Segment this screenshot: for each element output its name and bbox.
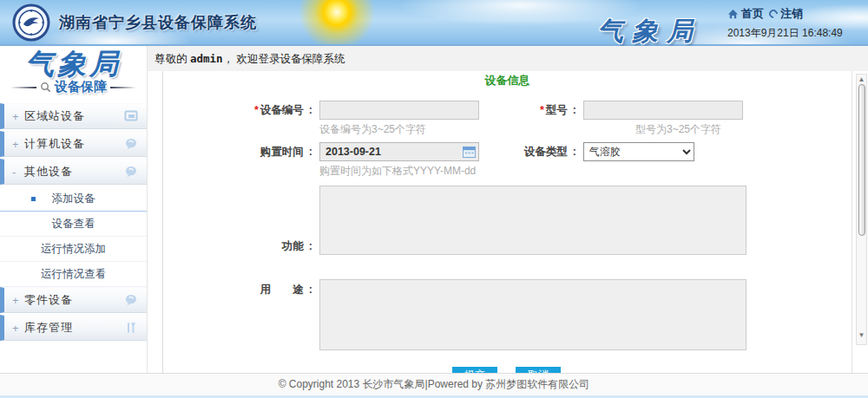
magnifier-icon <box>40 82 51 93</box>
expand-plus-icon: + <box>12 138 24 151</box>
header-datetime: 2013年9月21日 16:48:49 <box>727 26 858 41</box>
logout-link[interactable]: 注销 <box>769 6 803 22</box>
sidebar-item-other-devices[interactable]: - 其他设备 <box>0 159 147 185</box>
usage-textarea[interactable] <box>319 279 746 350</box>
sidebar-subitem-view-run-status[interactable]: 运行情况查看 <box>0 262 147 287</box>
sidebar-subitem-label: 添加设备 <box>52 192 95 205</box>
scroll-down-arrow-icon[interactable]: ▼ <box>858 331 865 339</box>
sidebar-item-label: 其他设备 <box>24 164 124 179</box>
sidebar-item-label: 计算机设备 <box>24 136 124 152</box>
sidebar-item-regional-station[interactable]: + 区域站设备 <box>0 103 147 129</box>
active-bullet-icon <box>31 197 36 201</box>
logout-icon <box>767 8 779 20</box>
sidebar-subitem-view-device[interactable]: 设备查看 <box>0 212 147 237</box>
sidebar-item-computer[interactable]: + 计算机设备 <box>0 131 147 157</box>
sidebar-menu: + 区域站设备 + 计算机设备 - <box>0 103 147 341</box>
model-hint: 型号为3~25个字符 <box>635 122 721 137</box>
sidebar-item-inventory[interactable]: + 库存管理 <box>0 315 147 341</box>
decorative-line <box>110 87 136 88</box>
device-no-hint: 设备编号为3~25个字符 <box>319 122 635 137</box>
sidebar-subitem-add-run-status[interactable]: 运行情况添加 <box>0 237 147 262</box>
sidebar-logo: 气象局 设备保障 <box>0 46 147 100</box>
copyright-text: © Copyright 2013 长沙市气象局|Powered by 苏州梦图软… <box>279 378 590 390</box>
comment-icon <box>124 165 138 179</box>
sidebar-item-parts[interactable]: + 零件设备 <box>0 287 147 313</box>
usage-label: 用 途: <box>163 279 312 297</box>
device-no-input[interactable] <box>319 101 479 120</box>
sidebar: 气象局 设备保障 + 区域站设备 <box>0 46 148 373</box>
sidebar-subitem-label: 运行情况添加 <box>41 243 106 255</box>
expand-plus-icon: + <box>12 110 24 123</box>
calendar-icon[interactable] <box>463 146 476 158</box>
sidebar-item-label: 零件设备 <box>24 292 124 308</box>
home-link[interactable]: 首页 <box>727 6 764 22</box>
purchase-date-label: 购置时间: <box>163 145 312 160</box>
required-mark: * <box>254 104 259 116</box>
logout-link-label: 注销 <box>780 6 803 22</box>
decorative-line <box>10 87 36 88</box>
comment-icon <box>124 293 138 307</box>
welcome-suffix: ， 欢迎登录设备保障系统 <box>223 53 345 65</box>
sidebar-logo-title: 气象局 <box>0 48 147 81</box>
sidebar-subitem-label: 设备查看 <box>52 218 95 230</box>
function-textarea[interactable] <box>319 186 746 255</box>
device-type-label: 设备类型: <box>479 145 576 160</box>
header: 湖南省宁乡县设备保障系统 气象局 首页 注销 2013年9月21日 16:48:… <box>0 0 868 46</box>
home-link-label: 首页 <box>741 6 764 22</box>
required-mark: * <box>540 104 544 116</box>
sidebar-subitem-label: 运行情况查看 <box>41 268 106 280</box>
device-type-select[interactable]: 气溶胶 <box>583 142 694 161</box>
form-panel: 设备信息 *设备编号: *型号: 设备编号为3~25个字符 型号为3~25个字符 <box>162 71 852 373</box>
sidebar-submenu-other-devices: 添加设备 设备查看 运行情况添加 运行情况查看 <box>0 186 147 287</box>
monitor-icon <box>124 109 138 123</box>
sidebar-item-label: 区域站设备 <box>24 108 124 124</box>
scroll-up-arrow-icon[interactable]: ▲ <box>858 75 865 83</box>
sidebar-logo-subtitle: 设备保障 <box>55 79 107 95</box>
main-content: 尊敬的 admin， 欢迎登录设备保障系统 设备信息 *设备编号: *型号: 设… <box>148 46 868 373</box>
scrollbar-thumb[interactable] <box>858 84 865 236</box>
welcome-bar: 尊敬的 admin， 欢迎登录设备保障系统 <box>148 46 868 71</box>
form-title: 设备信息 <box>163 73 852 88</box>
purchase-date-input[interactable] <box>319 142 479 161</box>
expand-minus-icon: - <box>12 166 24 179</box>
welcome-prefix: 尊敬的 <box>155 53 187 65</box>
sidebar-subitem-add-device[interactable]: 添加设备 <box>0 186 147 212</box>
vertical-scrollbar[interactable]: ▲ ▼ <box>856 74 867 345</box>
model-input[interactable] <box>583 101 743 120</box>
expand-plus-icon: + <box>12 294 24 307</box>
function-label: 功能: <box>163 239 312 258</box>
footer: © Copyright 2013 长沙市气象局|Powered by 苏州梦图软… <box>0 373 868 398</box>
comment-icon <box>124 137 138 151</box>
bureau-title: 气象局 <box>597 14 701 49</box>
system-title: 湖南省宁乡县设备保障系统 <box>59 12 257 33</box>
bureau-emblem-logo <box>12 3 50 42</box>
model-label: *型号: <box>479 103 576 118</box>
home-icon <box>727 9 739 20</box>
header-nav: 首页 注销 2013年9月21日 16:48:49 <box>727 6 858 41</box>
username: admin <box>190 52 223 65</box>
sidebar-item-label: 库存管理 <box>24 320 124 336</box>
device-no-label: *设备编号: <box>163 103 312 118</box>
tools-icon <box>124 321 138 335</box>
page: 湖南省宁乡县设备保障系统 气象局 首页 注销 2013年9月21日 16:48:… <box>0 0 868 398</box>
purchase-date-hint: 购置时间为如下格式YYYY-MM-dd <box>319 164 635 179</box>
expand-plus-icon: + <box>12 322 24 335</box>
